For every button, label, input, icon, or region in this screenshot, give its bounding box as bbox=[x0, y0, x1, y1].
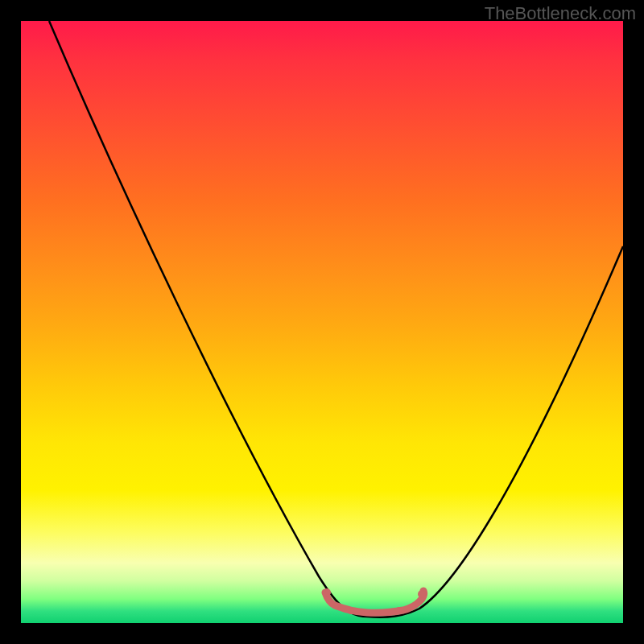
marker-dot bbox=[323, 588, 331, 597]
bottleneck-curve-line bbox=[49, 21, 623, 617]
marker-dot bbox=[348, 608, 354, 614]
watermark-text: TheBottleneck.com bbox=[485, 3, 636, 24]
chart-svg bbox=[21, 21, 623, 623]
marker-dot bbox=[396, 607, 402, 613]
marker-dot bbox=[418, 590, 426, 598]
optimal-zone-marker bbox=[325, 591, 424, 613]
chart-plot-area bbox=[21, 21, 623, 623]
marker-dot bbox=[364, 609, 370, 616]
marker-dot bbox=[380, 609, 386, 616]
